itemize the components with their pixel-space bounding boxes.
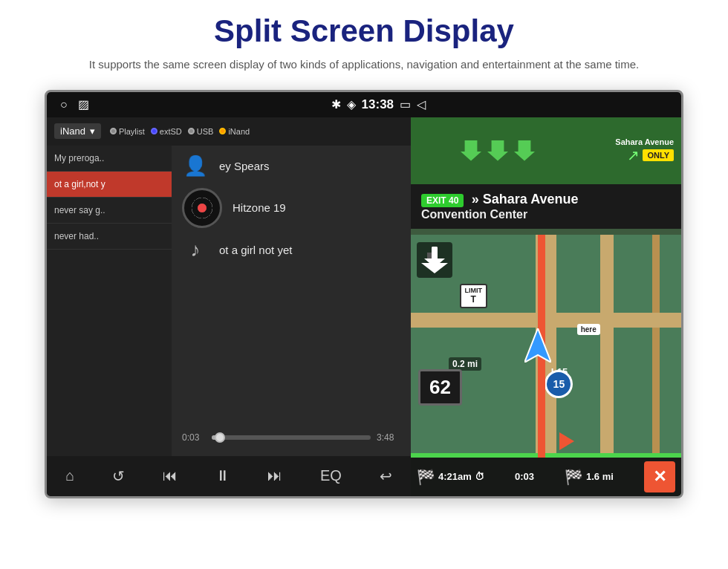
exit-destination: Convention Center	[421, 208, 671, 221]
nav-panel: Sahara Avenue ↗ ONLY EXIT 40 » Sahara Av…	[411, 117, 681, 496]
exit-street: » Sahara Avenue	[472, 192, 579, 207]
source-tab-extsd[interactable]: extSD	[151, 127, 182, 136]
vinyl-disc	[182, 188, 222, 228]
exit-badge: EXIT 40	[421, 194, 464, 207]
map-visual: here LIMIT T 0.2 mi 6	[411, 235, 681, 458]
tab-usb-label: USB	[197, 127, 214, 136]
flag-end-icon: 🏁	[565, 468, 583, 486]
vinyl-center	[198, 204, 207, 212]
source-tabs: Playlist extSD USB iNand	[110, 127, 250, 136]
window-icon: ▭	[400, 97, 411, 111]
music-content: My preroga.. ot a girl,not y never say g…	[47, 146, 411, 456]
artist-row: 👤 ey Spears	[182, 155, 400, 178]
status-left: ○ ▨	[60, 97, 89, 111]
nav-distance: 1.6 mi	[586, 471, 614, 482]
nav-dist: 🏁 1.6 mi	[565, 468, 614, 486]
status-bar: ○ ▨ ✱ ◈ 13:38 ▭ ◁	[47, 92, 681, 117]
back-icon: ◁	[417, 97, 426, 111]
source-tab-inand[interactable]: iNand	[219, 127, 250, 136]
progress-bar-wrapper: 0:03 3:48	[182, 432, 400, 443]
source-tab-usb[interactable]: USB	[188, 127, 214, 136]
nav-duration: 0:03	[515, 471, 534, 482]
back-button[interactable]: ↩	[372, 463, 400, 490]
speed-badge: 62	[418, 369, 462, 406]
source-label: iNand	[60, 126, 85, 137]
progress-thumb	[215, 432, 225, 443]
arrow-down-2	[487, 140, 508, 161]
time-current: 0:03	[182, 432, 206, 443]
only-row: ↗ ONLY	[627, 146, 674, 164]
album-row: Hitzone 19	[182, 188, 400, 228]
progress-area: 0:03 3:48	[182, 426, 400, 447]
road-v2	[600, 235, 614, 458]
source-dropdown[interactable]: iNand ▾	[54, 123, 101, 139]
next-button[interactable]: ⏭	[260, 463, 290, 489]
red-arrow	[559, 432, 574, 450]
road-v3	[652, 235, 660, 458]
dist-label: 0.2 mi	[449, 357, 481, 371]
radio-dot-usb	[188, 128, 195, 134]
track-name: ot a girl not yet	[219, 244, 292, 256]
here-logo: here	[577, 324, 600, 335]
limit-num: T	[465, 294, 483, 305]
status-time: 13:38	[362, 97, 394, 112]
circle-icon: ○	[60, 98, 68, 111]
nav-arrow-svg	[524, 328, 551, 362]
nav-signs: Sahara Avenue ↗ ONLY	[411, 117, 681, 184]
arrow-down-1	[461, 140, 481, 161]
radio-dot-inand	[219, 128, 226, 134]
dropdown-arrow: ▾	[90, 126, 95, 137]
playlist-item-3[interactable]: never had..	[47, 224, 172, 250]
progress-bar[interactable]	[212, 435, 371, 440]
music-panel: iNand ▾ Playlist extSD	[47, 117, 411, 496]
page-title: Split Screen Display	[214, 13, 514, 49]
clock-icon: ⏱	[475, 471, 484, 482]
tab-inand-label: iNand	[228, 127, 250, 136]
album-name: Hitzone 19	[233, 201, 286, 214]
artist-name: ey Spears	[219, 160, 270, 172]
close-nav-button[interactable]: ✕	[644, 461, 675, 492]
exit-sign: EXIT 40 » Sahara Avenue Convention Cente…	[411, 184, 681, 229]
play-pause-button[interactable]: ⏸	[208, 463, 238, 489]
artist-icon: 👤	[182, 155, 209, 178]
home-button[interactable]: ⌂	[58, 463, 82, 489]
svg-marker-6	[524, 328, 551, 362]
only-badge: ONLY	[643, 149, 674, 161]
source-selector: iNand ▾ Playlist extSD	[47, 117, 411, 146]
nav-arrow-container	[524, 328, 551, 365]
sign-green	[411, 117, 585, 184]
device-frame: ○ ▨ ✱ ◈ 13:38 ▭ ◁ iNand ▾	[45, 90, 683, 498]
nav-eta: 🏁 4:21am ⏱	[417, 468, 484, 486]
split-screen: iNand ▾ Playlist extSD	[47, 117, 681, 496]
location-icon: ◈	[347, 97, 356, 111]
eta-time: 4:21am	[438, 471, 472, 482]
arrow-down-3	[514, 140, 535, 161]
flag-start-icon: 🏁	[417, 468, 435, 486]
controls-bar: ⌂ ↺ ⏮ ⏸ ⏭ EQ ↩	[47, 456, 411, 496]
tab-extsd-label: extSD	[160, 127, 182, 136]
limit-text: LIMIT	[465, 287, 483, 295]
player-main: 👤 ey Spears Hitzone 19	[172, 146, 411, 456]
image-icon: ▨	[78, 97, 89, 111]
nav-bottom: 🏁 4:21am ⏱ 0:03 🏁 1.6 mi ✕	[411, 458, 681, 496]
turn-icon-svg	[421, 247, 448, 273]
track-row: ♪ ot a girl not yet	[182, 238, 400, 261]
playlist-item-1[interactable]: ot a girl,not y	[47, 172, 172, 198]
eq-button[interactable]: EQ	[313, 463, 349, 489]
sahara-label: Sahara Avenue	[615, 137, 674, 146]
tab-playlist-label: Playlist	[119, 127, 145, 136]
prev-button[interactable]: ⏮	[155, 463, 185, 489]
radio-dot-playlist	[110, 128, 117, 134]
music-note-icon: ♪	[182, 238, 209, 261]
playlist-sidebar: My preroga.. ot a girl,not y never say g…	[47, 146, 172, 456]
sign-green-right: Sahara Avenue ↗ ONLY	[585, 117, 681, 184]
bluetooth-icon: ✱	[331, 97, 341, 111]
turn-icons	[417, 242, 452, 278]
repeat-button[interactable]: ↺	[105, 463, 132, 490]
playlist-item-2[interactable]: never say g..	[47, 198, 172, 224]
track-info: 👤 ey Spears Hitzone 19	[182, 155, 400, 426]
playlist-item-0[interactable]: My preroga..	[47, 146, 172, 172]
highway-badge: 15	[545, 370, 573, 398]
nav-map: Sahara Avenue ↗ ONLY EXIT 40 » Sahara Av…	[411, 117, 681, 496]
source-tab-playlist[interactable]: Playlist	[110, 127, 145, 136]
